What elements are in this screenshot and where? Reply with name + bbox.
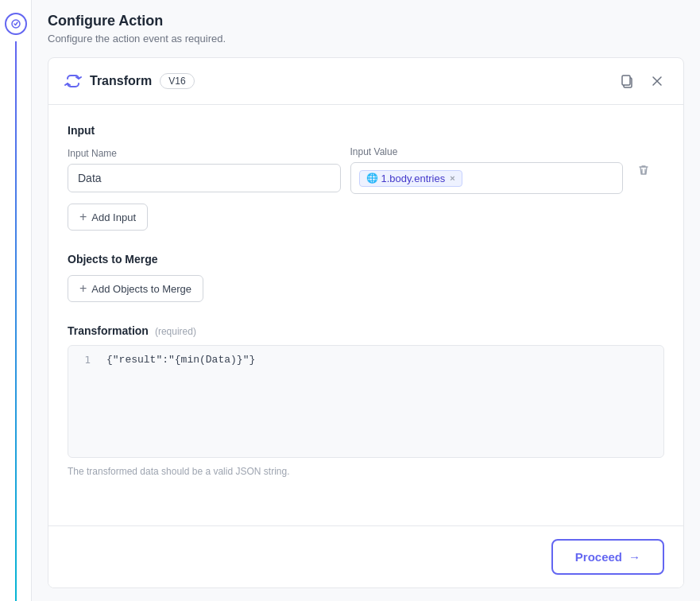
duplicate-button[interactable] <box>617 71 637 91</box>
page-header: Configure Action Configure the action ev… <box>48 13 684 45</box>
card-header-left: Transform V16 <box>64 72 195 90</box>
add-input-label: Add Input <box>91 211 136 223</box>
main-content: Configure Action Configure the action ev… <box>32 0 700 601</box>
page-subtitle: Configure the action event as required. <box>48 33 684 45</box>
code-line-1: 1 {"result":"{min(Data)}"} <box>68 346 663 374</box>
globe-icon: 🌐 <box>366 173 378 184</box>
input-section: Input Input Name Input Value 🌐 1.body.en… <box>68 124 664 231</box>
proceed-arrow: → <box>628 550 640 564</box>
configure-action-card: Transform V16 Inpu <box>48 57 684 588</box>
plus-icon: + <box>79 210 87 224</box>
required-label: (required) <box>155 326 196 337</box>
input-value-label: Input Value <box>350 146 624 157</box>
card-title: Transform <box>90 74 152 88</box>
transformation-header: Transformation (required) <box>68 324 664 337</box>
code-content: {"result":"{min(Data)}"} <box>97 346 663 374</box>
add-objects-button[interactable]: + Add Objects to Merge <box>68 275 203 302</box>
input-value-tag: 🌐 1.body.entries × <box>359 170 462 187</box>
card-header: Transform V16 <box>48 58 683 105</box>
delete-input-button[interactable] <box>632 159 664 181</box>
objects-section-label: Objects to Merge <box>68 253 664 266</box>
transformation-label: Transformation <box>68 324 149 337</box>
input-row: Input Name Input Value 🌐 1.body.entries … <box>68 146 664 194</box>
card-body: Input Input Name Input Value 🌐 1.body.en… <box>48 105 683 525</box>
hint-text: The transformed data should be a valid J… <box>68 466 664 477</box>
code-editor[interactable]: 1 {"result":"{min(Data)}"} <box>68 345 664 458</box>
close-button[interactable] <box>647 71 667 91</box>
sidebar-step-icon <box>5 13 27 35</box>
code-editor-body: 1 {"result":"{min(Data)}"} <box>68 346 663 457</box>
input-value-column: Input Value 🌐 1.body.entries × <box>350 146 624 194</box>
proceed-button[interactable]: Proceed → <box>551 539 664 575</box>
tag-remove-button[interactable]: × <box>450 173 454 183</box>
add-objects-label: Add Objects to Merge <box>91 283 191 295</box>
tag-text: 1.body.entries <box>381 173 446 184</box>
left-sidebar <box>0 0 32 601</box>
input-name-field[interactable] <box>68 164 341 192</box>
card-header-actions <box>617 71 667 91</box>
version-badge: V16 <box>160 73 194 89</box>
add-input-button[interactable]: + Add Input <box>68 204 148 231</box>
card-footer: Proceed → <box>48 525 683 587</box>
input-name-column: Input Name <box>68 148 341 192</box>
input-value-field[interactable]: 🌐 1.body.entries × <box>350 162 624 194</box>
plus-icon-objects: + <box>79 281 87 296</box>
transformation-section: Transformation (required) 1 {"result":"{… <box>68 324 664 477</box>
sidebar-progress-line <box>15 41 17 601</box>
input-section-label: Input <box>68 124 664 137</box>
proceed-label: Proceed <box>575 550 622 564</box>
transform-icon <box>64 72 82 90</box>
svg-rect-2 <box>622 76 630 85</box>
line-number: 1 <box>68 346 97 374</box>
page-title: Configure Action <box>48 13 684 29</box>
objects-section: Objects to Merge + Add Objects to Merge <box>68 253 664 302</box>
input-name-label: Input Name <box>68 148 341 159</box>
